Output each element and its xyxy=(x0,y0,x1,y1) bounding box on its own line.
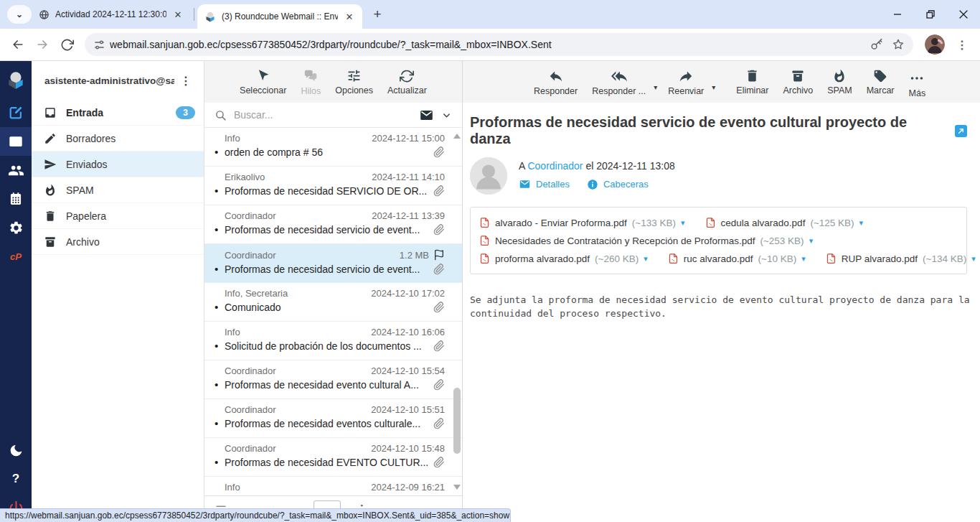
message-list-item[interactable]: Info2024-12-09 16:21 • xyxy=(204,477,462,495)
message-subject: Proformas de necesidad SERVICIO DE OR... xyxy=(225,185,429,197)
attachment-menu-caret-icon[interactable]: ▾ xyxy=(859,218,864,228)
password-key-icon[interactable] xyxy=(870,38,883,51)
message-list-item-selected[interactable]: Coordinador1.2 MB •Proformas de necesida… xyxy=(204,244,462,283)
message-subject: Proformas de necesidad eventos culturale… xyxy=(225,418,429,429)
message-datetime: el 2024-12-11 13:08 xyxy=(585,160,674,172)
sidebar-item-archivo[interactable]: Archivo xyxy=(32,229,204,255)
back-button[interactable] xyxy=(6,32,30,57)
sidebar-item-spam[interactable]: SPAM xyxy=(32,177,204,203)
message-list-item[interactable]: Coordinador2024-12-10 15:54 •Proformas d… xyxy=(204,360,462,399)
mark-button[interactable]: Marcar xyxy=(862,69,900,95)
message-list-item[interactable]: Coordinador2024-12-11 13:39 •Proformas d… xyxy=(204,205,462,244)
message-list-item[interactable]: Info2024-12-10 16:06 •Solicitud de proba… xyxy=(204,322,462,360)
message-sender: Coordinador xyxy=(225,365,371,376)
delete-button[interactable]: Eliminar xyxy=(731,68,773,95)
attachment-item[interactable]: ruc alvarado.pdf(~10 KB)▾ xyxy=(668,253,806,264)
contacts-nav-button[interactable] xyxy=(0,156,32,185)
attachment-paperclip-icon xyxy=(433,457,445,468)
window-minimize-button[interactable] xyxy=(881,0,914,29)
details-link[interactable]: Detalles xyxy=(536,179,570,190)
attachment-menu-caret-icon[interactable]: ▾ xyxy=(809,236,814,246)
browser-tab-roundcube[interactable]: (3) Roundcube Webmail :: Envia ✕ xyxy=(197,4,362,29)
address-bar[interactable]: webmail.sanjuan.gob.ec/cpsess6773850452/… xyxy=(85,33,913,56)
tab-close-icon[interactable]: ✕ xyxy=(344,11,355,22)
reply-all-button[interactable]: Responder ... xyxy=(587,68,651,96)
spam-button[interactable]: SPAM xyxy=(822,69,857,95)
flag-icon[interactable] xyxy=(433,249,445,261)
refresh-button[interactable]: Actualizar xyxy=(384,69,430,95)
message-list-item[interactable]: Info, Secretaria2024-12-10 17:02 •Comuni… xyxy=(204,283,462,322)
sidebar-item-papelera[interactable]: Papelera xyxy=(32,203,204,229)
archive-button[interactable]: Archivo xyxy=(778,69,818,95)
message-body-text: Se adjunta la proforma de necesidad serv… xyxy=(470,293,972,320)
more-button[interactable]: Más xyxy=(904,66,931,98)
attachment-menu-caret-icon[interactable]: ▾ xyxy=(644,254,648,264)
unread-dot: • xyxy=(215,225,225,235)
search-scope-mail-icon[interactable] xyxy=(419,108,434,123)
settings-gear-button[interactable] xyxy=(0,213,32,242)
options-button[interactable]: Opciones xyxy=(331,68,377,95)
reply-all-caret-icon[interactable]: ▾ xyxy=(654,83,657,91)
window-close-button[interactable] xyxy=(947,0,980,29)
forward-button[interactable] xyxy=(30,32,55,57)
browser-tab-activity[interactable]: Actividad 2024-12-11 12:30:00 ✕ xyxy=(32,2,191,27)
tab-close-icon[interactable]: ✕ xyxy=(172,9,184,20)
message-list-item[interactable]: Info2024-12-11 15:00 •orden de compra # … xyxy=(204,128,462,167)
account-email: asistente-administrativo@sa... xyxy=(44,75,174,86)
message-list-item[interactable]: Coordinador2024-12-10 15:51 •Proformas d… xyxy=(204,399,462,438)
attachment-item[interactable]: alvarado - Enviar Proforma.pdf(~133 KB)▾ xyxy=(479,217,685,228)
attachment-item[interactable]: cedula alvarado.pdf(~125 KB)▾ xyxy=(705,217,864,228)
headers-link[interactable]: Cabeceras xyxy=(603,179,649,190)
list-scrollbar[interactable] xyxy=(451,128,462,495)
forward-button[interactable]: Reenviar xyxy=(663,68,709,96)
folder-sidebar: asistente-administrativo@sa... ⋮ Entrada… xyxy=(32,61,204,522)
sidebar-item-borradores[interactable]: Borradores xyxy=(32,126,204,152)
message-date: 2024-12-10 15:51 xyxy=(371,404,445,415)
calendar-nav-button[interactable] xyxy=(0,185,32,213)
site-info-icon[interactable] xyxy=(93,39,105,51)
account-options-kebab-icon[interactable]: ⋮ xyxy=(174,74,198,88)
cpanel-logo-button[interactable]: cP xyxy=(0,242,32,271)
scroll-down-arrow[interactable] xyxy=(453,485,461,490)
message-list-item[interactable]: Erikaolivo2024-12-11 14:10 •Proformas de… xyxy=(204,167,462,205)
reply-button[interactable]: Responder xyxy=(529,68,583,96)
attachment-item[interactable]: RUP alvarado.pdf(~134 KB)▾ xyxy=(826,253,976,264)
threads-button[interactable]: Hilos xyxy=(297,68,324,96)
select-button[interactable]: Seleccionar xyxy=(236,68,290,95)
tab-search-button[interactable]: ⌄ xyxy=(7,5,32,24)
scrollbar-thumb[interactable] xyxy=(453,388,461,454)
browser-profile-avatar[interactable] xyxy=(925,34,945,55)
reload-button[interactable] xyxy=(55,32,79,57)
attachment-item[interactable]: Necesidades de Contratación y Recepción … xyxy=(479,235,813,246)
unread-count-badge: 3 xyxy=(176,106,195,119)
url-text[interactable]: webmail.sanjuan.gob.ec/cpsess6773850452/… xyxy=(110,39,866,50)
search-options-chevron-icon[interactable] xyxy=(441,110,452,121)
message-sender: Coordinador xyxy=(225,250,400,261)
attachment-paperclip-icon xyxy=(433,224,445,236)
forward-caret-icon[interactable]: ▾ xyxy=(712,83,715,91)
window-restore-button[interactable] xyxy=(914,0,947,29)
attachment-menu-caret-icon[interactable]: ▾ xyxy=(971,254,976,264)
bookmark-star-icon[interactable] xyxy=(892,38,905,51)
recipient-link[interactable]: Coordinador xyxy=(527,160,583,172)
message-list-item[interactable]: Coordinador2024-12-10 15:48 •Proformas d… xyxy=(204,438,462,477)
browser-menu-kebab-icon[interactable]: ⋮ xyxy=(951,38,974,52)
sidebar-item-enviados[interactable]: Enviados xyxy=(32,152,204,177)
unread-dot: • xyxy=(215,186,225,196)
dark-mode-moon-button[interactable] xyxy=(0,436,32,465)
attachment-item[interactable]: proforma alvarado.pdf(~260 KB)▾ xyxy=(479,253,648,264)
attachment-paperclip-icon xyxy=(433,302,445,313)
scroll-up-arrow[interactable] xyxy=(453,134,461,139)
message-subject: Proformas de necesidad servicio de event… xyxy=(225,264,429,275)
attachment-menu-caret-icon[interactable]: ▾ xyxy=(681,218,685,228)
help-button[interactable]: ? xyxy=(0,465,32,493)
compose-button[interactable] xyxy=(0,98,32,127)
search-input[interactable] xyxy=(234,109,412,121)
new-tab-button[interactable]: + xyxy=(368,5,387,24)
mail-nav-button[interactable] xyxy=(0,127,32,156)
attachment-menu-caret-icon[interactable]: ▾ xyxy=(801,254,806,264)
message-sender: Coordinador xyxy=(225,443,371,454)
open-in-new-window-icon[interactable] xyxy=(955,125,967,137)
message-date: 2024-12-11 14:10 xyxy=(372,172,445,182)
sidebar-item-entrada[interactable]: Entrada 3 xyxy=(32,100,204,126)
